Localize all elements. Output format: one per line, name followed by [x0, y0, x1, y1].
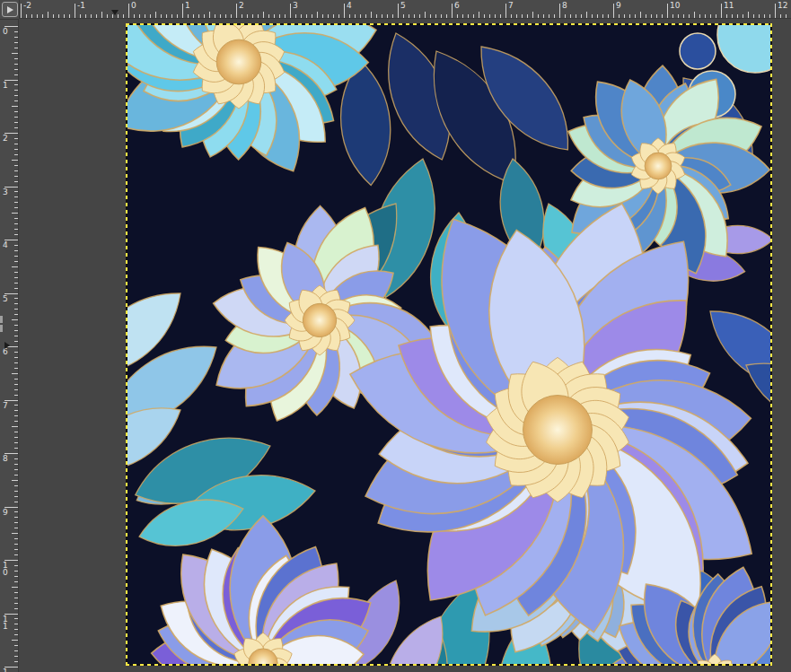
ruler-tick — [14, 37, 18, 38]
ruler-tick — [171, 14, 172, 18]
ruler-tick — [14, 538, 18, 539]
ruler-label: 2 — [239, 1, 244, 10]
ruler-tick — [14, 303, 18, 304]
ruler-position-marker-horizontal — [111, 10, 119, 15]
ruler-tick — [14, 330, 18, 331]
ruler-tick — [462, 14, 463, 18]
ruler-tick — [392, 14, 393, 18]
ruler-tick — [640, 12, 641, 18]
ruler-tick — [14, 592, 18, 593]
ruler-tick — [14, 74, 18, 75]
ruler-tick — [242, 14, 242, 18]
ruler-tick — [14, 95, 18, 96]
ruler-tick — [209, 12, 210, 18]
ruler-tick — [14, 405, 18, 406]
ruler-horizontal[interactable]: -2-10123456789101112 — [20, 0, 791, 19]
ruler-label: 0 — [131, 1, 136, 10]
ruler-tick — [409, 14, 409, 18]
ruler-tick — [263, 12, 264, 18]
ruler-tick — [667, 4, 668, 18]
corner-menu-button[interactable] — [2, 2, 18, 17]
ruler-tick — [14, 122, 18, 123]
ruler-tick — [457, 14, 458, 18]
ruler-tick — [14, 656, 18, 657]
ruler-label: 3 — [293, 1, 298, 10]
ruler-corner — [0, 0, 20, 20]
layer-boundary-left — [126, 23, 127, 666]
ruler-tick — [14, 90, 18, 91]
canvas-image[interactable] — [127, 24, 771, 665]
ruler-tick — [236, 4, 237, 18]
ruler-tick — [538, 14, 539, 18]
ruler-label: 3 — [3, 189, 9, 196]
ruler-label: 8 — [3, 456, 9, 463]
ruler-label: 0 — [3, 29, 9, 36]
ruler-tick — [14, 207, 18, 208]
ruler-tick — [14, 181, 18, 182]
ruler-tick — [543, 14, 544, 18]
canvas-area[interactable] — [19, 19, 791, 672]
ruler-tick — [14, 437, 18, 438]
ruler-tick — [14, 576, 18, 577]
ruler-label: 6 — [3, 349, 9, 356]
ruler-tick — [14, 357, 18, 358]
ruler-tick — [516, 14, 517, 18]
ruler-tick — [12, 426, 18, 427]
ruler-tick — [780, 14, 781, 18]
ruler-tick — [14, 395, 18, 396]
ruler-tick — [387, 14, 388, 18]
ruler-tick — [14, 111, 18, 112]
ruler-tick — [446, 14, 447, 18]
ruler-tick — [14, 165, 18, 166]
ruler-tick — [333, 14, 334, 18]
ruler-tick — [14, 565, 18, 566]
ruler-tick — [161, 14, 162, 18]
ruler-tick — [570, 14, 571, 18]
ruler-tick — [14, 598, 18, 598]
ruler-tick — [14, 410, 18, 411]
ruler-label: 4 — [3, 242, 9, 249]
ruler-tick — [107, 14, 108, 18]
ruler-tick — [12, 640, 18, 641]
ruler-label: 12 — [778, 1, 787, 10]
ruler-tick — [317, 12, 318, 18]
ruler-tick — [646, 14, 646, 18]
ruler-tick — [689, 14, 690, 18]
ruler-tick — [48, 12, 48, 18]
ruler-label: -1 — [77, 1, 85, 10]
layer-boundary-top — [126, 23, 772, 25]
ruler-tick — [274, 14, 275, 18]
left-edge-mark — [0, 325, 3, 332]
ruler-tick — [14, 309, 18, 310]
ruler-tick — [382, 14, 382, 18]
ruler-tick — [495, 14, 496, 18]
ruler-tick — [349, 14, 350, 18]
ruler-tick — [592, 14, 593, 18]
ruler-tick — [14, 336, 18, 336]
ruler-tick — [14, 149, 18, 150]
ruler-tick — [532, 12, 533, 18]
ruler-tick — [26, 14, 27, 18]
ruler-tick — [716, 14, 716, 18]
ruler-tick — [14, 571, 18, 572]
ruler-tick — [371, 12, 372, 18]
ruler-tick — [710, 14, 711, 18]
ruler-tick — [58, 14, 59, 18]
ruler-tick — [12, 319, 18, 320]
ruler-tick — [656, 14, 657, 18]
ruler-label: 11 — [724, 1, 734, 10]
ruler-tick — [430, 14, 431, 18]
ruler-tick — [14, 176, 18, 177]
ruler-tick — [554, 14, 555, 18]
ruler-tick — [14, 624, 18, 624]
ruler-tick — [14, 341, 18, 342]
ruler-tick — [14, 634, 18, 635]
ruler-tick — [279, 14, 280, 18]
ruler-tick — [721, 4, 722, 18]
ruler-tick — [14, 469, 18, 470]
ruler-tick — [14, 277, 18, 278]
ruler-tick — [14, 485, 18, 486]
ruler-tick — [489, 14, 490, 18]
ruler-tick — [12, 266, 18, 267]
ruler-tick — [301, 14, 302, 18]
